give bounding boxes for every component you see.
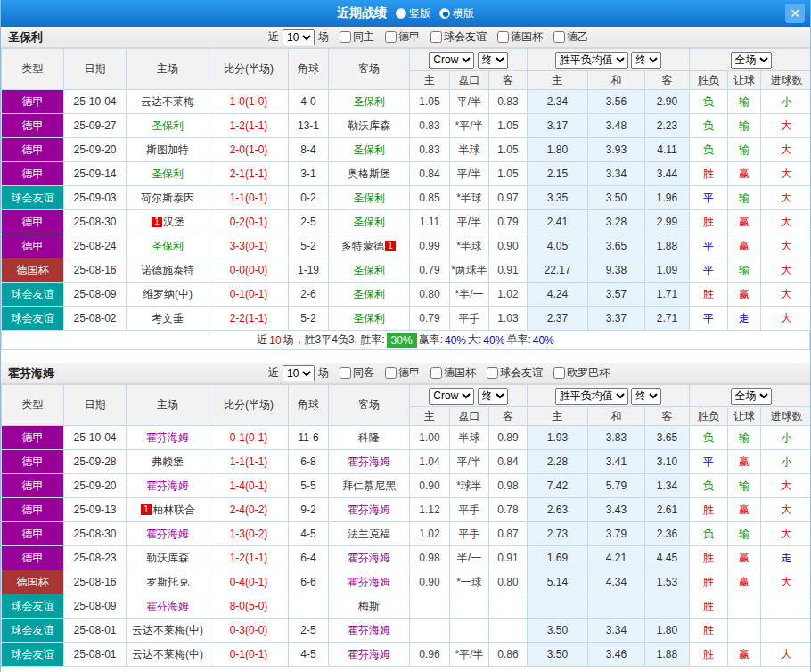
away-team[interactable]: 圣保利 — [329, 210, 410, 234]
bookmaker-select[interactable]: Crow — [429, 388, 474, 405]
checkbox-dfb-pokal[interactable] — [430, 367, 442, 379]
home-team[interactable]: 维罗纳(中) — [127, 283, 209, 307]
filter-dfb-pokal[interactable]: 德国杯 — [430, 365, 476, 381]
score: 0-1(0-1) — [209, 426, 289, 450]
home-team[interactable]: 霍芬海姆 — [127, 522, 209, 546]
avg-type-select[interactable]: 胜平负均值 — [555, 388, 628, 405]
filter-club-friendly[interactable]: 球会友谊 — [487, 365, 543, 381]
away-team[interactable]: 圣保利 — [329, 258, 410, 283]
filter-bar: 近 10 场 同主 德甲 球会友谊 德国杯 德乙 — [268, 29, 588, 45]
avg-draw-odds: 3.41 — [588, 450, 645, 474]
checkbox-europa-league[interactable] — [553, 367, 565, 379]
filter-club-friendly[interactable]: 球会友谊 — [430, 29, 487, 45]
radio-icon[interactable] — [396, 8, 406, 19]
checkbox-club-friendly[interactable] — [430, 31, 442, 43]
away-team[interactable]: 圣保利 — [329, 138, 410, 162]
home-team[interactable]: 圣保利 — [127, 162, 209, 186]
col-header-away: 客场 — [329, 385, 410, 426]
home-team[interactable]: 霍芬海姆 — [127, 426, 209, 450]
result-handicap: 输 — [728, 426, 761, 450]
home-team[interactable]: 1汉堡 — [127, 210, 209, 234]
away-team[interactable]: 霍芬海姆 — [329, 643, 410, 667]
away-team[interactable]: 梅斯 — [329, 594, 410, 619]
odds-away: 0.98 — [489, 474, 528, 498]
result-handicap: 输 — [728, 186, 761, 210]
away-team[interactable]: 多特蒙德1 — [329, 234, 410, 258]
radio-vertical-layout[interactable]: 竖版 — [396, 6, 430, 21]
away-team[interactable]: 霍芬海姆 — [329, 498, 410, 522]
match-count-select[interactable]: 10 — [283, 29, 315, 45]
avg-stage-select[interactable]: 终 — [631, 388, 661, 405]
checkbox-same-home[interactable] — [340, 31, 351, 43]
home-team[interactable]: 1柏林联合 — [127, 498, 209, 522]
avg-type-select[interactable]: 胜平负均值 — [555, 52, 628, 69]
home-team[interactable]: 霍芬海姆 — [127, 474, 209, 498]
match-row: 德甲25-10-04云达不莱梅1-0(1-0)4-0圣保利1.05平/半0.83… — [2, 90, 811, 114]
filter-same-home[interactable]: 同主 — [340, 29, 374, 45]
corners: 2-5 — [289, 619, 329, 643]
away-team[interactable]: 圣保利 — [329, 186, 410, 210]
away-team[interactable]: 法兰克福 — [329, 522, 410, 546]
summary-prefix: 近 — [257, 332, 267, 348]
filter-same-away[interactable]: 同客 — [340, 365, 374, 381]
corners: 6-8 — [289, 450, 329, 474]
home-team[interactable]: 诺德施泰特 — [127, 258, 209, 283]
filter-bundesliga[interactable]: 德甲 — [385, 365, 420, 381]
home-team[interactable]: 考文垂 — [127, 307, 209, 331]
away-team[interactable]: 奥格斯堡 — [329, 162, 410, 186]
avg-stage-select[interactable]: 终 — [631, 52, 661, 69]
result-wdl: 胜 — [690, 162, 728, 186]
scope-select[interactable]: 全场 — [731, 52, 772, 69]
avg-draw-odds: 3.28 — [588, 210, 645, 234]
away-team[interactable]: 勒沃库森 — [329, 114, 410, 138]
home-team[interactable]: 云达不莱梅 — [127, 90, 209, 114]
home-team[interactable]: 罗斯托克 — [127, 570, 209, 594]
corners: 6-4 — [289, 546, 329, 570]
home-team[interactable]: 圣保利 — [127, 234, 209, 258]
bookmaker-select[interactable]: Crow — [429, 52, 474, 69]
away-team[interactable]: 圣保利 — [329, 283, 410, 307]
checkbox-bundesliga[interactable] — [385, 367, 397, 379]
home-team[interactable]: 斯图加特 — [127, 138, 209, 162]
home-team[interactable]: 弗赖堡 — [127, 450, 209, 474]
result-handicap: 赢 — [728, 643, 761, 667]
checkbox-bundesliga[interactable] — [385, 31, 397, 43]
radio-icon-checked[interactable] — [439, 8, 450, 19]
radio-horizontal-label: 横版 — [453, 6, 474, 21]
summary-record: 场，胜3平4负3, 胜率: — [283, 332, 385, 348]
home-team[interactable]: 勒沃库森 — [127, 546, 209, 570]
away-team[interactable]: 霍芬海姆 — [329, 570, 410, 594]
checkbox-bundesliga2[interactable] — [553, 31, 565, 43]
filter-bundesliga[interactable]: 德甲 — [385, 29, 420, 45]
odds-stage-select[interactable]: 终 — [478, 52, 508, 69]
away-team[interactable]: 霍芬海姆 — [329, 546, 410, 570]
away-team[interactable]: 拜仁慕尼黑 — [329, 474, 410, 498]
sub-header-avg-away: 客 — [645, 407, 690, 426]
avg-group-header: 胜平负均值 终 — [528, 385, 690, 407]
home-team[interactable]: 霍芬海姆 — [127, 594, 209, 619]
home-team[interactable]: 荷尔斯泰因 — [127, 186, 209, 210]
away-team[interactable]: 霍芬海姆 — [329, 619, 410, 643]
away-team[interactable]: 霍芬海姆 — [329, 450, 410, 474]
away-team[interactable]: 圣保利 — [329, 307, 410, 331]
checkbox-club-friendly[interactable] — [487, 367, 498, 379]
avg-home-odds: 1.80 — [528, 138, 588, 162]
match-count-select[interactable]: 10 — [283, 365, 315, 381]
filter-europa-league[interactable]: 欧罗巴杯 — [553, 365, 610, 381]
avg-away-odds: 3.65 — [645, 426, 690, 450]
filter-bundesliga2[interactable]: 德乙 — [553, 29, 588, 45]
odds-stage-select[interactable]: 终 — [478, 388, 508, 405]
home-team[interactable]: 云达不莱梅(中) — [127, 643, 209, 667]
home-team[interactable]: 云达不莱梅(中) — [127, 619, 209, 643]
handicap: 平手 — [450, 522, 489, 546]
close-button[interactable]: ✕ — [785, 4, 805, 23]
away-team[interactable]: 圣保利 — [329, 90, 410, 114]
away-team[interactable]: 科隆 — [329, 426, 410, 450]
radio-horizontal-layout[interactable]: 横版 — [439, 6, 474, 21]
avg-away-odds: 4.45 — [645, 546, 690, 570]
scope-select[interactable]: 全场 — [731, 388, 772, 405]
filter-dfb-pokal[interactable]: 德国杯 — [497, 29, 543, 45]
checkbox-same-away[interactable] — [340, 367, 351, 379]
home-team[interactable]: 圣保利 — [127, 114, 209, 138]
checkbox-dfb-pokal[interactable] — [497, 31, 509, 43]
